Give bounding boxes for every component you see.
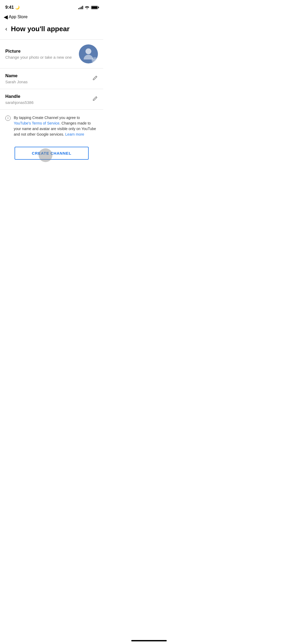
- svg-point-0: [94, 60, 95, 61]
- app-store-back-chevron: ◀: [4, 14, 8, 20]
- terms-before-link: By tapping Create Channel you agree to: [14, 116, 80, 120]
- page-title: How you'll appear: [11, 25, 69, 33]
- page-title-row: ‹ How you'll appear: [0, 22, 103, 39]
- picture-label: Picture: [5, 49, 72, 54]
- avatar-person: [84, 48, 93, 59]
- wifi-icon: [85, 6, 89, 9]
- status-icons: [78, 6, 98, 9]
- terms-text: By tapping Create Channel you agree to Y…: [14, 115, 98, 137]
- name-row[interactable]: Name Sarah Jonas: [0, 68, 103, 89]
- info-icon: i: [5, 116, 11, 121]
- back-nav-label[interactable]: App Store: [9, 15, 28, 19]
- handle-info: Handle sarahjonas5386: [5, 94, 34, 105]
- tos-link[interactable]: YouTube's Terms of Service: [14, 121, 60, 125]
- handle-label: Handle: [5, 94, 34, 99]
- empty-space: [0, 168, 103, 273]
- terms-section: i By tapping Create Channel you agree to…: [0, 110, 103, 142]
- name-value: Sarah Jonas: [5, 80, 28, 84]
- status-time: 9:41: [5, 5, 14, 10]
- picture-sub: Change your photo or take a new one: [5, 55, 72, 59]
- learn-more-link[interactable]: Learn more: [65, 132, 84, 136]
- name-edit-icon[interactable]: [92, 75, 98, 82]
- name-label: Name: [5, 73, 28, 79]
- signal-bars-icon: [78, 6, 83, 9]
- create-button-wrapper: CREATE CHANNEL: [0, 142, 103, 168]
- handle-edit-icon[interactable]: [92, 96, 98, 103]
- moon-icon: 🌙: [15, 5, 20, 10]
- back-nav[interactable]: ◀ App Store: [0, 13, 103, 22]
- create-channel-button[interactable]: CREATE CHANNEL: [15, 147, 89, 160]
- avatar-head: [85, 48, 91, 54]
- back-button[interactable]: ‹: [5, 26, 7, 32]
- name-info: Name Sarah Jonas: [5, 73, 28, 84]
- picture-row[interactable]: Picture Change your photo or take a new …: [0, 40, 103, 68]
- handle-row[interactable]: Handle sarahjonas5386: [0, 89, 103, 109]
- picture-info: Picture Change your photo or take a new …: [5, 49, 72, 59]
- camera-icon: [92, 57, 98, 63]
- avatar[interactable]: [79, 44, 98, 63]
- battery-icon: [91, 6, 98, 9]
- handle-value: sarahjonas5386: [5, 100, 34, 105]
- status-bar: 9:41 🌙: [0, 0, 103, 13]
